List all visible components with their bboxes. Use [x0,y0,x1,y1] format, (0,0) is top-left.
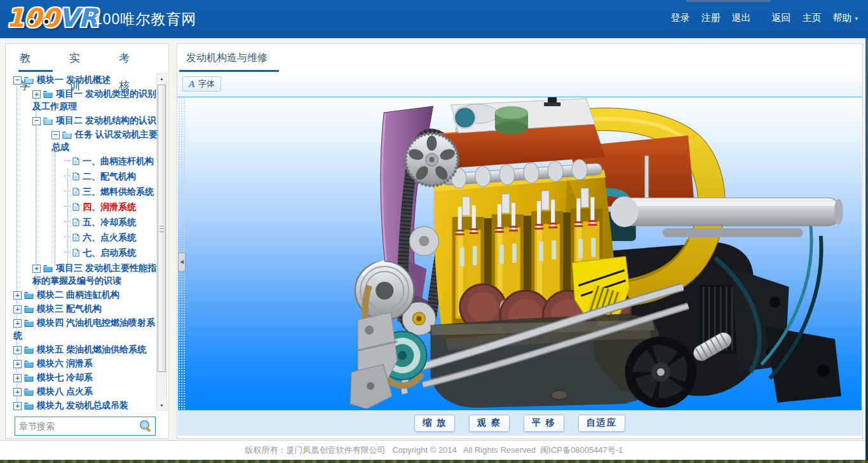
tree-node-label[interactable]: 模块一 发动机概述 [37,74,111,85]
tree-connector [64,160,71,162]
tree-node-label[interactable]: 模块四 汽油机电控燃油喷射系统 [13,317,155,340]
pan-button[interactable]: 平 移 [524,415,564,432]
folder-icon [24,76,34,84]
zoom-button[interactable]: 缩 放 [414,415,455,432]
header-nav: 登录注册退出返回主页帮助▾ [659,12,858,24]
tree-connector [64,176,71,177]
tree-node-label[interactable]: 模块八 点火系 [37,386,93,396]
tree-node-label[interactable]: 模块七 冷却系 [37,372,93,382]
tree-node[interactable]: 六、点火系统 [10,231,158,244]
tree-node[interactable]: 二、配气机构 [10,170,158,183]
expand-toggle-icon[interactable]: + [13,388,22,396]
collapse-toggle-icon[interactable]: − [51,131,60,139]
chevron-down-icon: ▾ [855,15,858,22]
tree-node[interactable]: 一、曲柄连杆机构 [10,155,158,167]
tree-node[interactable]: 三、燃料供给系统 [10,185,158,198]
expand-toggle-icon[interactable]: + [13,291,22,300]
tree-node-label[interactable]: 一、曲柄连杆机构 [83,156,154,166]
expand-toggle-icon[interactable]: + [32,265,41,273]
document-icon [72,172,79,181]
tree-node[interactable]: +模块八 点火系 [10,385,158,397]
collapse-toggle-icon[interactable]: − [32,117,41,125]
home-link[interactable]: 主页 [802,12,821,24]
tree-node-label[interactable]: 二、配气机构 [83,171,136,181]
tree-connector [64,191,71,192]
tab-engine-course[interactable]: 发动机构造与维修 [186,52,268,65]
observe-button[interactable]: 观 察 [469,415,510,432]
tree-node[interactable]: −任务 认识发动机主要总成 [10,128,158,153]
tree-connector [64,221,71,223]
tree-connector [64,206,71,207]
tree-node-label[interactable]: 模块九 发动机总成吊装 [37,400,128,410]
tree-node[interactable]: +模块四 汽油机电控燃油喷射系统 [10,316,158,342]
tab-assessment[interactable]: 考 核 [119,45,153,72]
expand-toggle-icon[interactable]: + [13,360,22,368]
tab-teaching[interactable]: 教 学 [20,45,54,72]
engine-cam-sprocket [405,134,458,186]
document-icon [72,233,79,242]
folder-icon [24,401,34,410]
folder-icon [24,387,34,396]
search-input[interactable] [15,421,139,431]
engine-3d-model[interactable] [178,97,862,410]
engine-fan [625,336,696,408]
tree-node[interactable]: 七、启动系统 [10,246,158,259]
tree-connector [64,237,71,238]
expand-toggle-icon[interactable]: + [13,374,22,382]
register-link[interactable]: 注册 [701,12,720,24]
expand-toggle-icon[interactable]: + [32,90,41,99]
tree-node[interactable]: +模块七 冷却系 [10,371,158,384]
tree-node[interactable]: +项目一 发动机类型的识别及工作原理 [10,87,158,113]
expand-toggle-icon[interactable]: + [13,319,22,328]
folder-icon [24,305,34,313]
folder-icon [43,264,53,272]
tree-node[interactable]: −项目二 发动机结构的认识 [10,114,158,127]
auto-fit-button[interactable]: 自适应 [578,415,625,432]
login-link[interactable]: 登录 [670,12,689,24]
tree-node[interactable]: +模块九 发动机总成吊装 [10,399,158,411]
font-button[interactable]: A 字体 [182,76,221,92]
tree-node-label[interactable]: 六、点火系统 [83,232,136,242]
tree-node[interactable]: 五、冷却系统 [10,216,158,228]
scrollbar-thumb[interactable] [158,85,166,372]
tree-node-label[interactable]: 模块二 曲柄连缸机构 [37,289,119,300]
content-tabs: 发动机构造与维修 [177,44,862,73]
engine-mount-bracket [350,312,397,409]
collapse-sidebar-arrow-icon[interactable]: ◀ [178,252,186,272]
tree-node-label[interactable]: 四、润滑系统 [83,202,136,212]
magnifier-icon[interactable] [139,419,153,433]
folder-icon [24,359,34,368]
collapse-toggle-icon[interactable]: − [13,76,22,85]
expand-toggle-icon[interactable]: + [13,402,22,410]
tree-node[interactable]: 四、润滑系统 [10,200,158,213]
tree-node-label[interactable]: 七、启动系统 [83,247,136,258]
viewer-controls: 缩 放观 察平 移自适应 [178,410,862,436]
tree-node-label[interactable]: 模块三 配气机构 [37,303,102,314]
scroll-down-arrow-icon[interactable]: ▼ [157,401,166,410]
back-link[interactable]: 返回 [771,12,790,24]
expand-toggle-icon[interactable]: + [13,346,22,354]
tree-node-label[interactable]: 模块六 润滑系 [37,358,93,368]
tab-training[interactable]: 实 训 [69,45,104,72]
tree-node-label[interactable]: 项目二 发动机结构的认识 [56,115,156,125]
tree-node[interactable]: +模块二 曲柄连缸机构 [10,288,158,301]
site-logo[interactable]: 100VR [6,3,90,36]
help-link[interactable]: 帮助 [832,12,851,24]
chapter-search-box [15,417,156,436]
tree-node-label[interactable]: 模块五 柴油机燃油供给系统 [37,344,146,354]
document-icon [72,218,79,226]
logout-link[interactable]: 退出 [731,12,750,24]
model-viewer-canvas[interactable]: ◀ [178,97,862,410]
tree-node[interactable]: +模块六 润滑系 [10,357,158,370]
tree-node-label[interactable]: 五、冷却系统 [83,217,136,227]
tree-node[interactable]: +模块三 配气机构 [10,302,158,315]
logo-eye [42,17,51,26]
tree-node[interactable]: +项目三 发动机主要性能指标的掌握及编号的识读 [10,261,158,287]
folder-icon [24,345,34,354]
tree-node[interactable]: −模块一 发动机概述 [10,73,158,86]
expand-toggle-icon[interactable]: + [13,305,22,314]
tree-node-label[interactable]: 三、燃料供给系统 [83,186,154,197]
tree-node[interactable]: +模块五 柴油机燃油供给系统 [10,343,158,356]
scroll-up-arrow-icon[interactable]: ▲ [157,74,166,83]
site-title: 100唯尔教育网 [94,10,196,29]
